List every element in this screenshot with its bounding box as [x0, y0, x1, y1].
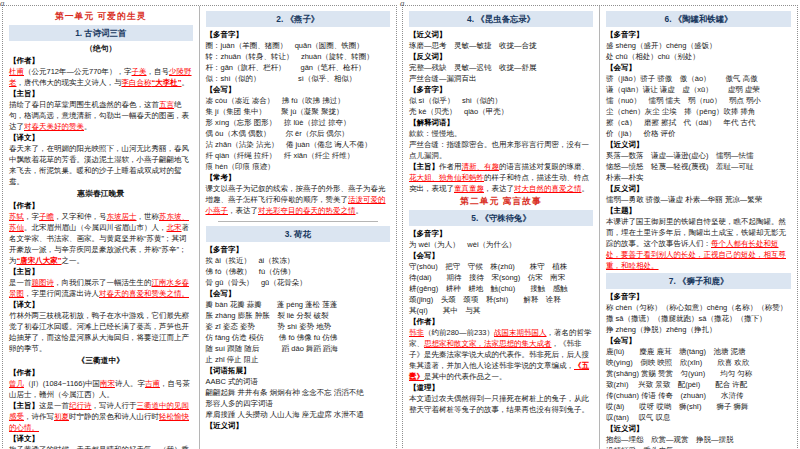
- text-segment: 杆：gān（旗杆、栏杆） gǎn（笔杆、枪杆）: [206, 63, 366, 72]
- text-segment: 鹿(lù) 麋鹿 鹿茸 塘(táng) 池塘 泥塘: [606, 347, 746, 356]
- text-line: 【译文】: [9, 299, 193, 310]
- text-line: 琢磨—思考 灵敏—敏捷 收拢—合拢: [409, 40, 593, 51]
- text-line: 映(yìng) 倒映 映照 欣(xīn) 欣喜 欢欣: [606, 357, 791, 368]
- highlighted-text: 花大姐、独角仙和蚂蚱: [409, 173, 484, 182]
- section-label: 【译文】: [9, 133, 39, 142]
- text-segment: 的语言描述对复眼的琢磨、: [499, 162, 589, 171]
- text-line: 鹿(lù) 麋鹿 鹿茸 塘(táng) 池塘 泥塘: [606, 346, 791, 357]
- text-line: 痕 hén（印痕 痕迹）: [206, 161, 391, 172]
- section-label: 【译文】: [9, 434, 39, 443]
- section-label: 【近义词】: [409, 30, 447, 39]
- highlighted-text: 苏轼: [9, 212, 24, 221]
- unit-heading: 第二单元 寓言故事: [409, 196, 593, 208]
- text-line: 【反义词】: [409, 51, 593, 62]
- text-segment: 作者用: [439, 162, 462, 171]
- text-line: 春天来了，在明媚的阳光映照下，山河无比秀丽，春风中飘散着花草的芳香。溪边泥土湿软…: [9, 143, 193, 187]
- text-segment: 传(chuán) 传语 传奇 (zhuàn) 水浒传: [606, 391, 744, 400]
- text-segment: ，世称: [137, 212, 160, 221]
- highlighted-text: 五言: [159, 100, 174, 109]
- highlighted-text: 李白合称: [122, 78, 152, 87]
- text-segment: 撒 sā（撒谎）（撒腿就跑）sǎ（撒花）（撒下）: [606, 314, 766, 323]
- text-line: 【反义词】: [606, 183, 791, 194]
- text-segment: 诗人。字: [115, 379, 145, 388]
- lesson-title-band: 3. 荷花: [206, 226, 391, 242]
- text-line: 沾 zhān（沾染 沾光） 倦 juàn（倦怠 诲人不倦）: [206, 139, 391, 150]
- section-label: 【反义词】: [606, 184, 644, 193]
- text-segment: ，字里行间流露出诗人: [24, 289, 99, 298]
- highlighted-text: 杜甫: [9, 67, 24, 76]
- text-line: 其(qí) 其中 与其: [409, 305, 593, 316]
- text-line: 止 zhǐ 停止 阻止: [206, 354, 391, 365]
- section-label: 【常考】: [206, 173, 236, 182]
- highlighted-text: 对春天美好的赞美: [24, 122, 84, 131]
- text-line: 【译文】: [9, 132, 193, 143]
- text-line: 杆：gān（旗杆、栏杆） gǎn（笔杆、枪杆）: [206, 62, 391, 73]
- text-line: 骄（jiāo）骄子 骄傲 傲（ào） 傲气 高傲: [606, 73, 791, 84]
- text-line: 描绘了春日的草堂周围生机盎然的春色，这首五言绝句，格调高远，意境清新，勾勒出一幅…: [9, 99, 193, 132]
- highlighted-text: 童真童趣: [454, 184, 484, 193]
- text-segment: 其(qí) 其中 与其: [409, 306, 480, 315]
- text-line: 圈：juàn（羊圈、猪圈） quān（圆圈、铁圈）: [206, 40, 391, 51]
- text-segment: 映(yìng) 倒映 映照 欣(xīn) 欣喜 欢欣: [606, 358, 749, 367]
- highlighted-text: 北宋: [167, 223, 182, 232]
- text-segment: 称 chèn（匀称）（称心如意）chēng（名称）（称赞）: [606, 303, 787, 312]
- unit-heading: 第一单元 可爱的生灵: [9, 11, 193, 23]
- text-line: 奚落—数落 谦虚—谦逊(虚心) 懦弱—怯懦: [606, 150, 791, 161]
- lesson-title-band: 4. 《昆虫备忘录》: [409, 11, 593, 27]
- text-segment: 止 zhǐ 停止 阻止: [206, 355, 259, 364]
- highlighted-text: 韩非: [409, 328, 424, 337]
- section-label: 【作者】: [9, 201, 39, 210]
- text-segment: 纤 qiàn（纤绳 拉纤） 纤 xiān（纤尘 纤维）: [206, 151, 355, 160]
- text-segment: 恼怒—愤怒 轻蔑—轻视(蔑视) 羞耻—可耻: [606, 162, 754, 171]
- text-segment: ，又字和仲，号: [54, 212, 107, 221]
- text-segment: 为 wéi（为人） wèi（为什么）: [409, 240, 516, 249]
- section-label: 【主题】: [606, 206, 636, 215]
- text-line: 【常考】: [206, 172, 391, 183]
- divider: [218, 221, 379, 222]
- text-segment: 凑 còu（凑近 凑合） 拂 fú（吹拂 拂过）: [206, 96, 345, 105]
- text-segment: 集 jí（集团 集中） 聚 jù（凝聚 聚拢）: [206, 107, 344, 116]
- text-line: 骨 gǔ（骨头） gū（花骨朵）: [206, 277, 391, 288]
- text-line: 课文以燕子为记叙的线索，按燕子的外形、燕子为春光增趣、燕子怎样飞行和停歇的顺序，…: [206, 183, 391, 216]
- text-line: 赏(shǎng) 赏赐 赞赏 匀(yún) 均匀 匀称: [606, 368, 791, 379]
- text-line: 没精打采—垂头丧气: [606, 445, 791, 449]
- text-line: 【近义词】: [409, 29, 593, 40]
- text-line: 曾几（jī）(1084~1166)中国南宋诗人。字吉甫，自号茶山居士，赣州（今属…: [9, 378, 193, 400]
- section-label: 【作者】: [409, 317, 439, 326]
- highlighted-text: 对光彩夺目的春天的热爱之情: [258, 206, 356, 215]
- text-line: 【解释词语】: [409, 117, 593, 128]
- text-segment: 挣 zhèng（挣脱）zhēng（挣扎）: [606, 325, 716, 334]
- text-segment: 朴素—朴实: [606, 173, 644, 182]
- text-segment: 严丝合缝—漏洞百出: [409, 74, 477, 83]
- highlighted-text: 战国末期韩国人: [494, 328, 547, 337]
- text-segment: ，字: [24, 212, 39, 221]
- text-segment: 骄（jiāo）骄子 骄傲 傲（ào） 傲气 高傲: [606, 74, 758, 83]
- text-line: 韩非（约前280—前233）战国末期韩国人，著名的哲学家、思想家和散文家，法家思…: [409, 327, 593, 382]
- lesson-title-band: 5. 《守株待兔》: [409, 210, 593, 226]
- highlighted-text: “大李杜”: [152, 78, 182, 87]
- highlighted-text: 东坡居士: [107, 212, 137, 221]
- text-line: 壳 ké（贝壳） qiào（甲壳）: [409, 106, 593, 117]
- text-line: 【译文】: [9, 433, 193, 444]
- text-line: 【会写】: [606, 62, 791, 73]
- text-line: 处 chǔ（相处）chù（别处）: [606, 51, 791, 62]
- lesson-title-band: 2. 《燕子》: [206, 11, 391, 27]
- text-line: 胀 zhàng 膨胀 肿胀 裂 liè 分裂 破裂: [206, 310, 391, 321]
- text-line: 【主旨】这是一首纪行诗，写诗人行于三衢道中的见闻感受，诗作写初夏时宁静的景色和诗…: [9, 400, 193, 433]
- text-segment: ，写诗人行于: [92, 401, 137, 410]
- highlighted-text: 思想家和散文家，法家思想的集大成者: [424, 339, 552, 348]
- text-line: 撒 sā（撒谎）（撒腿就跑）sǎ（撒花）（撒下）: [606, 313, 791, 324]
- poem-subtitle: 《三衢道中》: [9, 355, 193, 366]
- text-segment: AABC 式的词语: [206, 377, 259, 386]
- text-segment: 圈：juàn（羊圈、猪圈） quān（圆圈、铁圈）: [206, 41, 364, 50]
- text-line: 翩翩起舞 井井有条 炯炯有神 念念不忘 滔滔不绝: [206, 387, 391, 398]
- highlighted-text: 南宋: [100, 379, 115, 388]
- text-line: 挨 āi（挨近） ái（挨冻）: [206, 255, 391, 266]
- text-line: 偶 ǒu（木偶 偶数） 尔 ěr（尔后 偶尔）: [206, 128, 391, 139]
- text-segment: 随 suí 跟随 随后 蹈 dǎo 舞蹈 蹈海: [206, 344, 339, 353]
- section-label: 【会写】: [206, 289, 236, 298]
- text-line: 传(chuán) 传语 传奇 (zhuàn) 水浒传: [606, 390, 791, 401]
- text-segment: 偶 ǒu（木偶 偶数） 尔 ěr（尔后 偶尔）: [206, 129, 349, 138]
- lesson-title-band: 7. 《狮子和鹿》: [606, 273, 791, 289]
- text-line: 本文通过农夫偶然得到一只撞死在树桩上的兔子，从此整天守着树桩等兔子的故事，结果再…: [409, 393, 593, 415]
